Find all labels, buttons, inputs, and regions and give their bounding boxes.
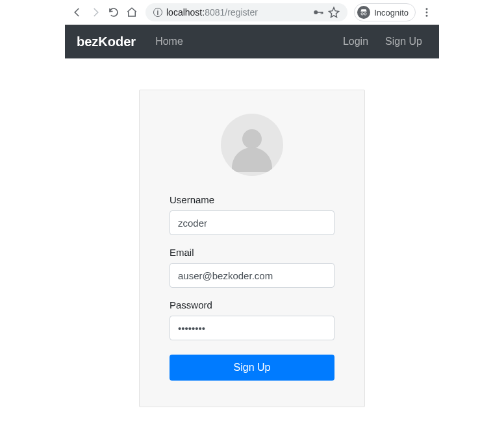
svg-rect-3 xyxy=(322,12,323,14)
star-icon[interactable] xyxy=(328,6,340,18)
browser-toolbar: i localhost:8081/register Incognito xyxy=(65,0,439,25)
svg-rect-1 xyxy=(318,12,323,13)
signup-button[interactable]: Sign Up xyxy=(170,355,334,381)
avatar-wrap xyxy=(170,114,334,176)
page-body: Username Email Password Sign Up xyxy=(0,58,504,407)
address-bar[interactable]: i localhost:8081/register xyxy=(145,3,347,21)
svg-point-8 xyxy=(426,15,428,17)
svg-point-7 xyxy=(426,12,428,14)
svg-point-6 xyxy=(426,8,428,10)
svg-point-0 xyxy=(314,10,318,14)
incognito-icon xyxy=(357,6,370,19)
svg-point-4 xyxy=(361,13,364,15)
home-icon[interactable] xyxy=(125,5,139,19)
key-icon[interactable] xyxy=(312,6,324,18)
nav-home[interactable]: Home xyxy=(150,32,188,51)
site-info-icon[interactable]: i xyxy=(153,8,162,17)
username-input[interactable] xyxy=(170,210,334,235)
email-label: Email xyxy=(170,247,334,258)
url-text: localhost:8081/register xyxy=(166,7,309,18)
avatar-placeholder-icon xyxy=(221,114,283,176)
nav-login[interactable]: Login xyxy=(338,32,373,51)
forward-icon xyxy=(88,5,103,19)
brand-logo[interactable]: bezKoder xyxy=(77,34,136,49)
incognito-label: Incognito xyxy=(374,8,409,18)
back-icon[interactable] xyxy=(70,5,84,19)
svg-rect-2 xyxy=(321,12,322,14)
password-input[interactable] xyxy=(170,316,334,340)
username-label: Username xyxy=(170,194,334,205)
signup-card: Username Email Password Sign Up xyxy=(139,90,365,407)
app-navbar: bezKoder Home Login Sign Up xyxy=(65,25,439,58)
email-input[interactable] xyxy=(170,263,334,288)
menu-icon[interactable] xyxy=(420,5,434,19)
svg-point-5 xyxy=(364,13,367,15)
nav-signup[interactable]: Sign Up xyxy=(380,32,427,51)
password-label: Password xyxy=(170,299,334,310)
reload-icon[interactable] xyxy=(107,5,121,19)
incognito-indicator[interactable]: Incognito xyxy=(354,3,416,21)
